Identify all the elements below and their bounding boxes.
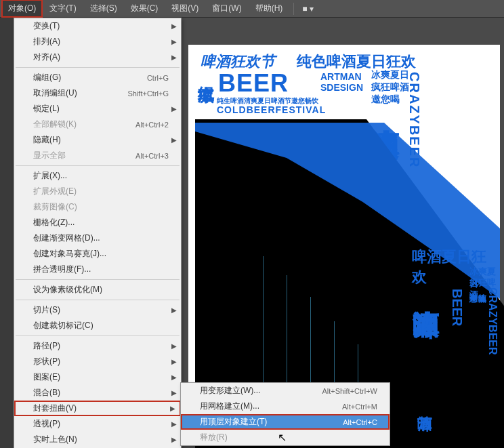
menu-item[interactable]: 形状(P)▶ [14,354,181,369]
menu-item[interactable]: 创建裁切标记(C) [14,318,181,333]
menu-item-label: 封套扭曲(V) [33,403,77,414]
menu-item[interactable]: 隐藏(H)▶ [14,132,181,148]
menubar: 对象(O) 文字(T) 选择(S) 效果(C) 视图(V) 窗口(W) 帮助(H… [0,0,504,18]
menu-object[interactable]: 对象(O) [1,0,43,18]
menu-separator [16,300,180,300]
menu-item-label: 取消编组(U) [33,87,77,99]
menu-item-label: 排列(A) [33,36,60,47]
menu-item[interactable]: 栅格化(Z)... [14,215,181,230]
menu-item-label: 创建对象马赛克(J)... [33,248,106,260]
menu-separator [16,335,180,336]
menu-separator [16,67,180,68]
submenu-arrow-icon: ▶ [171,136,177,144]
menu-item-label: 变换(T) [33,20,60,32]
menu-shortcut: Shift+Ctrl+G [127,89,169,98]
submenu-arrow-icon: ▶ [171,358,177,365]
menu-type[interactable]: 文字(T) [43,0,83,18]
menu-shortcut: Alt+Ctrl+M [342,403,377,411]
menu-item-label: 锁定(L) [33,103,60,115]
menu-item-label: 透视(P) [33,418,60,430]
object-menu: 变换(T)▶排列(A)▶对齐(A)▶编组(G)Ctrl+G取消编组(U)Shif… [14,18,182,448]
submenu-item[interactable]: 用网格建立(M)...Alt+Ctrl+M [181,399,390,414]
cursor-icon: ↖ [278,431,287,444]
menu-item-label: 创建裁切标记(C) [33,320,93,331]
menu-item[interactable]: 设为像素级优化(M) [14,282,181,298]
menu-shortcut: Alt+Ctrl+3 [135,152,169,160]
poster-side2: 疯狂啤酒 [371,81,409,94]
menu-item-label: 扩展外观(E) [33,186,77,197]
menu-item[interactable]: 切片(S)▶ [14,302,181,318]
menu-item-label: 扩展(X)... [33,170,67,182]
menu-item[interactable]: 取消编组(U)Shift+Ctrl+G [14,85,181,101]
menu-item[interactable]: 变换(T)▶ [14,18,181,34]
menu-item[interactable]: 封套扭曲(V)▶ [14,401,181,416]
submenu-item-label: 用网格建立(M)... [200,401,259,412]
submenu-arrow-icon: ▶ [171,436,177,443]
menu-item-label: 混合(B) [33,387,60,399]
submenu-item-label: 释放(R) [200,432,228,443]
menu-item-label: 显示全部 [33,150,66,161]
menu-item-label: 全部解锁(K) [33,119,77,130]
menu-item-label: 切片(S) [33,304,60,316]
poster-crazy-vert: CRAZYBEER [486,287,499,355]
poster-side1: 冰爽夏日 [371,69,409,81]
submenu-arrow-icon: ▶ [171,342,177,350]
menu-window[interactable]: 窗口(W) [205,0,248,18]
menu-view[interactable]: 视图(V) [165,0,205,18]
menu-select[interactable]: 选择(S) [83,0,124,18]
menu-item[interactable]: 对齐(A)▶ [14,49,181,65]
menu-item[interactable]: 创建对象马赛克(J)... [14,246,181,262]
menu-item[interactable]: 锁定(L)▶ [14,101,181,117]
menu-item-label: 栅格化(Z)... [33,217,75,228]
poster-coldbeer: COLDBEERFESTIVAL [217,104,326,115]
poster-beer: BEER [218,69,289,98]
submenu-item[interactable]: 用变形建立(W)...Alt+Shift+Ctrl+W [181,383,390,399]
submenu-arrow-icon: ▶ [171,54,177,61]
menu-item[interactable]: 实时上色(N)▶ [14,432,181,447]
menu-item-label: 拼合透明度(F)... [33,264,91,275]
submenu-arrow-icon: ▶ [170,405,175,412]
menu-help[interactable]: 帮助(H) [249,0,290,18]
menu-separator [16,165,180,166]
collapse-icon[interactable]: ■ ▾ [298,4,318,14]
submenu-item[interactable]: 用顶层对象建立(T)Alt+Ctrl+C [181,414,390,430]
menu-item[interactable]: 扩展(X)... [14,168,181,184]
menu-item[interactable]: 路径(P)▶ [14,338,181,354]
poster-side3: 邀您喝 [371,94,400,106]
submenu-arrow-icon: ▶ [171,306,177,314]
menu-item-label: 对齐(A) [33,52,60,63]
submenu-item-label: 用变形建立(W)... [200,385,260,396]
poster-artman: ARTMAN [320,72,362,81]
submenu-arrow-icon: ▶ [171,420,177,428]
menu-item-label: 形状(P) [33,356,60,367]
menu-item: 扩展外观(E) [14,184,181,199]
menu-separator [16,279,180,280]
menu-item-label: 创建渐变网格(D)... [33,232,100,244]
submenu-arrow-icon: ▶ [171,373,177,381]
menu-item[interactable]: 编组(G)Ctrl+G [14,70,181,85]
menu-item: 显示全部Alt+Ctrl+3 [14,148,181,163]
submenu-arrow-icon: ▶ [171,22,177,30]
menu-shortcut: Ctrl+G [147,74,169,82]
submenu-arrow-icon: ▶ [171,105,177,113]
submenu-arrow-icon: ▶ [171,389,177,396]
menu-shortcut: Alt+Shift+Ctrl+W [322,387,377,395]
menu-shortcut: Alt+Ctrl+2 [135,121,169,129]
menu-item[interactable]: 图案(E)▶ [14,369,181,385]
menu-item[interactable]: 排列(A)▶ [14,34,181,49]
menu-item[interactable]: 混合(B)▶ [14,385,181,401]
menu-item: 裁剪图像(C) [14,199,181,215]
menu-item-label: 裁剪图像(C) [33,201,77,213]
menu-item-label: 隐藏(H) [33,134,61,146]
menu-item[interactable]: 创建渐变网格(D)... [14,230,181,246]
menu-item[interactable]: 拼合透明度(F)... [14,262,181,277]
submenu-arrow-icon: ▶ [171,38,177,45]
menu-item[interactable]: 透视(P)▶ [14,416,181,432]
divider [293,3,294,15]
menu-effect[interactable]: 效果(C) [124,0,165,18]
submenu-item-label: 用顶层对象建立(T) [200,416,267,428]
menu-item-label: 图案(E) [33,371,60,383]
menu-item: 全部解锁(K)Alt+Ctrl+2 [14,117,181,132]
menu-item-label: 编组(G) [33,72,61,83]
menu-item-label: 路径(P) [33,340,60,352]
